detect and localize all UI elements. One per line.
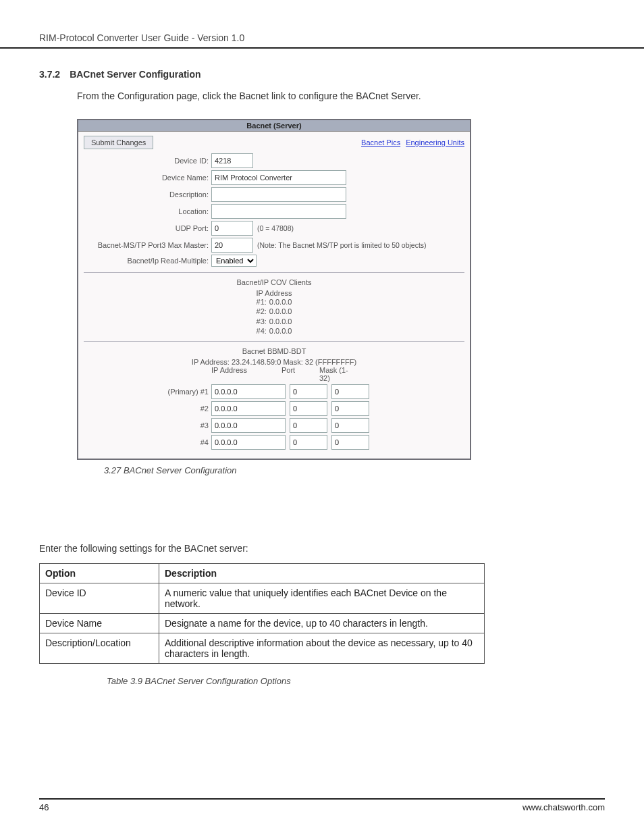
bbmd-row1-ip[interactable]: [211, 384, 286, 399]
panel-title: Bacnet (Server): [78, 120, 470, 132]
bbmd-row3-ip[interactable]: [211, 418, 286, 433]
engineering-units-link[interactable]: Engineering Units: [406, 138, 464, 147]
table-caption: Table 3.9 BACnet Server Configuration Op…: [107, 676, 605, 686]
section-title: BACnet Server Configuration: [70, 69, 200, 80]
bbmd-row2-mask[interactable]: [331, 401, 369, 416]
bbmd-head-mask: Mask (1-32): [319, 366, 357, 382]
bbmd-row1-port[interactable]: [290, 384, 327, 399]
bbmd-row4-mask[interactable]: [331, 435, 369, 450]
mstp-note: (Note: The Bacnet MS/TP port is limited …: [257, 241, 427, 249]
footer-url: www.chatsworth.com: [522, 802, 605, 812]
location-input[interactable]: [211, 204, 346, 219]
mstp-max-label: Bacnet-MS/TP Port3 Max Master:: [84, 241, 211, 249]
bbmd-title: Bacnet BBMD-BDT: [84, 347, 464, 355]
th-description: Description: [159, 564, 485, 583]
bbmd-row4-ip[interactable]: [211, 435, 286, 450]
mstp-max-input[interactable]: [211, 238, 253, 253]
page-number: 46: [39, 802, 49, 812]
bbmd-row2-ip[interactable]: [211, 401, 286, 416]
page-header: RIM-Protocol Converter User Guide - Vers…: [0, 0, 644, 49]
read-multiple-select[interactable]: Enabled: [211, 255, 257, 267]
location-label: Location:: [84, 207, 211, 215]
bbmd-row3-port[interactable]: [290, 418, 327, 433]
bbmd-row1-mask[interactable]: [331, 384, 369, 399]
options-table: Option Description Device ID A numeric v…: [39, 563, 485, 664]
table-row: Additional descriptive information about…: [159, 633, 485, 664]
bbmd-row2-port[interactable]: [290, 401, 327, 416]
description-input[interactable]: [211, 187, 346, 202]
device-id-input[interactable]: [211, 153, 253, 168]
cov-list: #1:0.0.0.0 #2:0.0.0.0 #3:0.0.0.0 #4:0.0.…: [84, 297, 464, 336]
bbmd-row3-label: #3: [84, 421, 211, 429]
bbmd-head-port: Port: [281, 366, 319, 382]
th-option: Option: [40, 564, 159, 583]
bbmd-subtitle: IP Address: 23.24.148.59:0 Mask: 32 (FFF…: [84, 358, 464, 366]
bbmd-row4-port[interactable]: [290, 435, 327, 450]
cov-ip-header: IP Address: [84, 289, 464, 297]
bbmd-row1-label: (Primary) #1: [84, 388, 211, 396]
settings-intro: Enter the following settings for the BAC…: [39, 543, 605, 554]
section-number: 3.7.2: [39, 69, 60, 80]
bbmd-head-ip: IP Address: [211, 366, 281, 382]
table-row: Device Name: [40, 614, 159, 633]
table-row: Description/Location: [40, 633, 159, 664]
intro-text: From the Configuration page, click the B…: [77, 90, 605, 101]
bbmd-row2-label: #2: [84, 405, 211, 413]
bbmd-row3-mask[interactable]: [331, 418, 369, 433]
device-name-label: Device Name:: [84, 174, 211, 182]
table-row: Device ID: [40, 583, 159, 614]
description-label: Description:: [84, 190, 211, 199]
submit-changes-button[interactable]: Submit Changes: [84, 136, 153, 149]
bacnet-pics-link[interactable]: Bacnet Pics: [361, 138, 400, 147]
figure-caption: 3.27 BACnet Server Configuration: [104, 465, 605, 475]
device-name-input[interactable]: [211, 170, 346, 185]
udp-port-input[interactable]: [211, 221, 253, 236]
bacnet-screenshot: Bacnet (Server) Submit Changes Bacnet Pi…: [77, 119, 471, 460]
cov-clients-title: Bacnet/IP COV Clients: [84, 278, 464, 286]
read-multiple-label: Bacnet/Ip Read-Multiple:: [84, 257, 211, 265]
device-id-label: Device ID:: [84, 157, 211, 165]
bbmd-row4-label: #4: [84, 438, 211, 446]
udp-port-label: UDP Port:: [84, 224, 211, 232]
table-row: A numeric value that uniquely identifies…: [159, 583, 485, 614]
table-row: Designate a name for the device, up to 4…: [159, 614, 485, 633]
udp-port-note: (0 = 47808): [257, 224, 294, 232]
